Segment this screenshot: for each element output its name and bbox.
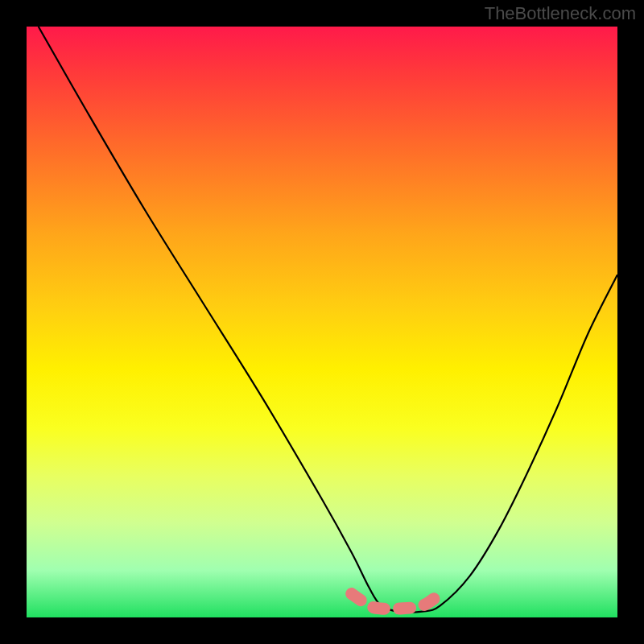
optimal-zone-marker	[27, 27, 617, 617]
chart-plot-area	[27, 27, 617, 617]
watermark-text: TheBottleneck.com	[485, 3, 636, 24]
bottleneck-curve	[27, 27, 617, 617]
